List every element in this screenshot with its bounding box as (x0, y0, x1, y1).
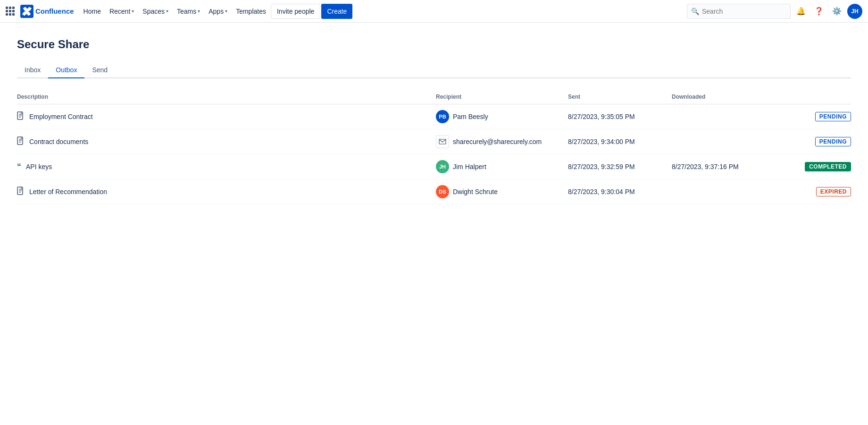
nav-apps[interactable]: Apps ▾ (205, 4, 231, 19)
nav-links: Home Recent ▾ Spaces ▾ Teams ▾ Apps ▾ Te… (80, 4, 685, 19)
status-badge-3: COMPLETED (805, 162, 851, 171)
recent-chevron-icon: ▾ (132, 8, 134, 14)
header-downloaded: Downloaded (672, 94, 776, 100)
description-text-2: Contract documents (29, 138, 88, 145)
tab-send[interactable]: Send (84, 62, 115, 78)
header-status (776, 94, 851, 100)
cell-description-1: Employment Contract (17, 111, 436, 122)
description-text-4: Letter of Recommendation (29, 188, 107, 196)
spaces-chevron-icon: ▾ (166, 8, 168, 14)
cell-sent-2: 8/27/2023, 9:34:00 PM (568, 138, 672, 145)
nav-home[interactable]: Home (80, 4, 105, 19)
apps-grid-icon[interactable] (6, 7, 15, 16)
header-recipient: Recipient (436, 94, 568, 100)
tab-outbox[interactable]: Outbox (48, 62, 84, 78)
cell-description-2: Contract documents (17, 136, 436, 147)
status-badge-1: PENDING (815, 112, 851, 121)
recipient-name-4: Dwight Schrute (453, 188, 498, 196)
quote-icon: “ (17, 162, 21, 172)
user-avatar[interactable]: JH (847, 4, 862, 19)
notifications-icon[interactable]: 🔔 (793, 4, 809, 19)
tabs: Inbox Outbox Send (17, 62, 851, 78)
email-icon (436, 135, 449, 148)
nav-recent[interactable]: Recent ▾ (106, 4, 138, 19)
recipient-name-3: Jim Halpert (453, 163, 486, 170)
recipient-avatar-4: DS (436, 185, 449, 198)
create-button[interactable]: Create (321, 4, 352, 19)
search-icon: 🔍 (691, 8, 699, 15)
cell-sent-3: 8/27/2023, 9:32:59 PM (568, 163, 672, 170)
status-badge-2: PENDING (815, 137, 851, 146)
description-text-1: Employment Contract (29, 113, 93, 120)
invite-people-button[interactable]: Invite people (271, 4, 320, 19)
cell-status-1: PENDING (776, 112, 851, 121)
cell-description-3: “ API keys (17, 162, 436, 172)
cell-status-3: COMPLETED (776, 162, 851, 171)
table: Description Recipient Sent Downloaded E (17, 90, 851, 204)
nav-right: 🔍 🔔 ❓ ⚙️ JH (687, 4, 862, 19)
header-description: Description (17, 94, 436, 100)
recipient-name-2: sharecurely@sharecurely.com (453, 138, 542, 145)
main-content: Secure Share Inbox Outbox Send Descripti… (0, 23, 868, 220)
confluence-logo[interactable]: Confluence (20, 5, 74, 18)
cell-recipient-1: PB Pam Beesly (436, 110, 568, 123)
document-icon (17, 187, 25, 197)
table-header: Description Recipient Sent Downloaded (17, 90, 851, 104)
cell-description-4: Letter of Recommendation (17, 187, 436, 197)
navbar: Confluence Home Recent ▾ Spaces ▾ Teams … (0, 0, 868, 23)
cell-recipient-4: DS Dwight Schrute (436, 185, 568, 198)
table-row: “ API keys JH Jim Halpert 8/27/2023, 9:3… (17, 154, 851, 179)
header-sent: Sent (568, 94, 672, 100)
description-text-3: API keys (26, 163, 52, 170)
apps-chevron-icon: ▾ (225, 8, 227, 14)
cell-recipient-2: sharecurely@sharecurely.com (436, 135, 568, 148)
cell-status-2: PENDING (776, 137, 851, 146)
help-icon[interactable]: ❓ (811, 4, 826, 19)
tab-inbox[interactable]: Inbox (17, 62, 48, 78)
page-title: Secure Share (17, 38, 851, 51)
cell-sent-4: 8/27/2023, 9:30:04 PM (568, 188, 672, 196)
nav-teams[interactable]: Teams ▾ (173, 4, 204, 19)
nav-spaces[interactable]: Spaces ▾ (139, 4, 172, 19)
document-icon (17, 111, 25, 122)
cell-downloaded-3: 8/27/2023, 9:37:16 PM (672, 163, 776, 170)
search-input[interactable] (702, 8, 786, 15)
status-badge-4: EXPIRED (816, 187, 851, 196)
table-row: Contract documents sharecurely@sharecure… (17, 129, 851, 154)
search-box[interactable]: 🔍 (687, 4, 791, 19)
cell-status-4: EXPIRED (776, 187, 851, 196)
cell-recipient-3: JH Jim Halpert (436, 160, 568, 173)
recipient-avatar-1: PB (436, 110, 449, 123)
nav-templates[interactable]: Templates (232, 4, 270, 19)
table-row: Employment Contract PB Pam Beesly 8/27/2… (17, 104, 851, 129)
document-icon (17, 136, 25, 147)
teams-chevron-icon: ▾ (198, 8, 200, 14)
recipient-name-1: Pam Beesly (453, 113, 488, 120)
table-row: Letter of Recommendation DS Dwight Schru… (17, 179, 851, 204)
settings-icon[interactable]: ⚙️ (829, 4, 844, 19)
recipient-avatar-3: JH (436, 160, 449, 173)
brand-label: Confluence (35, 7, 74, 15)
cell-sent-1: 8/27/2023, 9:35:05 PM (568, 113, 672, 120)
